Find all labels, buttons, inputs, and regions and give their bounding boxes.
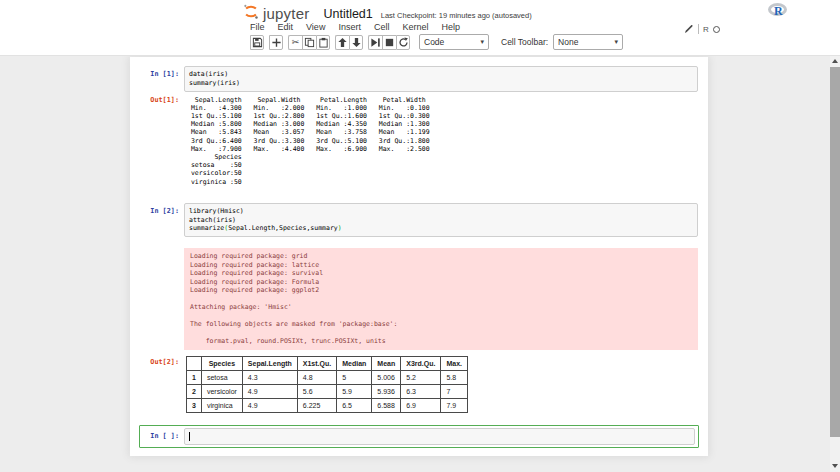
run-cell-button[interactable] — [368, 35, 382, 50]
move-cell-up-button[interactable] — [335, 35, 349, 50]
notebook-panel: In [1]: data(iris) summary(iris) Out[1]:… — [0, 56, 840, 472]
restart-kernel-button[interactable] — [396, 35, 410, 50]
code-line: library(Hmisc) — [189, 207, 693, 216]
kernel-name-label: R — [703, 25, 709, 34]
jupyter-notebook-app: jupyter Untitled1 Last Checkpoint: 19 mi… — [0, 0, 840, 472]
brand-row: jupyter Untitled1 Last Checkpoint: 19 mi… — [243, 3, 532, 24]
code-input-area[interactable]: library(Hmisc) attach(iris) summarize(Se… — [184, 203, 698, 237]
paste-cell-button[interactable] — [316, 35, 330, 50]
cell-toolbar-dropdown[interactable]: None ▾ — [553, 34, 623, 50]
col-header: Sepal.Length — [242, 356, 297, 370]
kernel-idle-icon — [713, 26, 720, 33]
matching-bracket: ) — [338, 224, 342, 232]
checkpoint-status: Last Checkpoint: 19 minutes ago (autosav… — [381, 11, 532, 20]
pencil-icon — [684, 20, 694, 38]
input-prompt: In [ ]: — [140, 428, 184, 440]
cell-type-dropdown[interactable]: Code ▾ — [419, 34, 489, 50]
menu-view[interactable]: View — [306, 22, 325, 32]
chevron-down-icon: ▾ — [480, 38, 484, 46]
output-prompt: Out[2]: — [140, 354, 184, 366]
code-line: summary(iris) — [189, 79, 693, 88]
header: jupyter Untitled1 Last Checkpoint: 19 mi… — [0, 0, 840, 56]
cell-toolbar-value: None — [558, 37, 578, 47]
input-prompt: In [2]: — [140, 203, 184, 215]
code-line: attach(iris) — [189, 216, 693, 225]
cut-cell-button[interactable]: ✂ — [288, 35, 302, 50]
menu-help[interactable]: Help — [441, 22, 460, 32]
code-cell-2[interactable]: In [2]: library(Hmisc) attach(iris) summ… — [139, 200, 699, 416]
vertical-scrollbar[interactable] — [830, 56, 840, 472]
r-logo-letter: R — [774, 4, 783, 19]
code-input-area[interactable]: data(iris) summary(iris) — [184, 66, 698, 92]
col-header: X3rd.Qu. — [401, 356, 441, 370]
menubar: File Edit View Insert Cell Kernel Help — [250, 22, 460, 32]
scrollbar-up-icon[interactable] — [832, 59, 838, 63]
text-output: Sepal.Length Sepal.Width Petal.Length Pe… — [184, 92, 437, 188]
col-header: Mean — [372, 356, 401, 370]
stderr-output: Loading required package: grid Loading r… — [184, 248, 698, 350]
jupyter-logo-icon[interactable] — [243, 3, 259, 24]
col-header: Median — [337, 356, 372, 370]
output-prompt-empty — [140, 237, 184, 241]
save-button[interactable] — [250, 35, 264, 50]
toolbar: ✂ — [250, 34, 623, 50]
table-row: 3 virginica 4.9 6.225 6.5 6.588 6.9 7.9 — [187, 398, 468, 412]
cut-icon: ✂ — [292, 38, 300, 47]
code-line — [189, 432, 690, 441]
code-line: data(iris) — [189, 70, 693, 79]
text-cursor — [189, 432, 190, 441]
html-table-output: Species Sepal.Length X1st.Qu. Median Mea… — [184, 354, 468, 413]
notebook-title[interactable]: Untitled1 — [323, 7, 372, 21]
menu-file[interactable]: File — [250, 22, 265, 32]
mode-indicator: R — [684, 23, 720, 35]
code-cell-3-selected[interactable]: In [ ]: — [139, 425, 699, 448]
interrupt-kernel-button[interactable] — [382, 35, 396, 50]
menu-insert[interactable]: Insert — [338, 22, 361, 32]
copy-cell-button[interactable] — [302, 35, 316, 50]
menu-kernel[interactable]: Kernel — [402, 22, 428, 32]
dataframe-table: Species Sepal.Length X1st.Qu. Median Mea… — [186, 356, 468, 413]
insert-cell-below-button[interactable] — [269, 35, 283, 50]
col-header: X1st.Qu. — [297, 356, 336, 370]
divider — [698, 24, 699, 34]
input-prompt: In [1]: — [140, 66, 184, 78]
code-cell-1[interactable]: In [1]: data(iris) summary(iris) Out[1]:… — [139, 63, 699, 191]
code-line: summarize(Sepal.Length,Species,summary) — [189, 224, 693, 233]
menu-cell[interactable]: Cell — [374, 22, 390, 32]
code-input-area[interactable] — [184, 428, 695, 445]
cell-type-value: Code — [424, 37, 444, 47]
scrollbar-down-icon[interactable] — [832, 464, 838, 468]
move-cell-down-button[interactable] — [349, 35, 363, 50]
col-header: Species — [201, 356, 242, 370]
table-row: 1 setosa 4.3 4.8 5 5.006 5.2 5.8 — [187, 370, 468, 384]
table-row: 2 versicolor 4.9 5.6 5.9 5.936 6.3 7 — [187, 384, 468, 398]
table-header-row: Species Sepal.Length X1st.Qu. Median Mea… — [187, 356, 468, 370]
menu-edit[interactable]: Edit — [278, 22, 294, 32]
notebook-container: In [1]: data(iris) summary(iris) Out[1]:… — [130, 57, 708, 456]
jupyter-logo-word[interactable]: jupyter — [263, 5, 309, 22]
cell-toolbar-label: Cell Toolbar: — [501, 37, 548, 47]
output-prompt: Out[1]: — [140, 92, 184, 104]
scrollbar-thumb[interactable] — [830, 67, 840, 437]
r-kernel-logo: R — [766, 2, 790, 19]
chevron-down-icon: ▾ — [615, 38, 619, 46]
col-header: Max. — [441, 356, 468, 370]
col-header — [187, 356, 202, 370]
